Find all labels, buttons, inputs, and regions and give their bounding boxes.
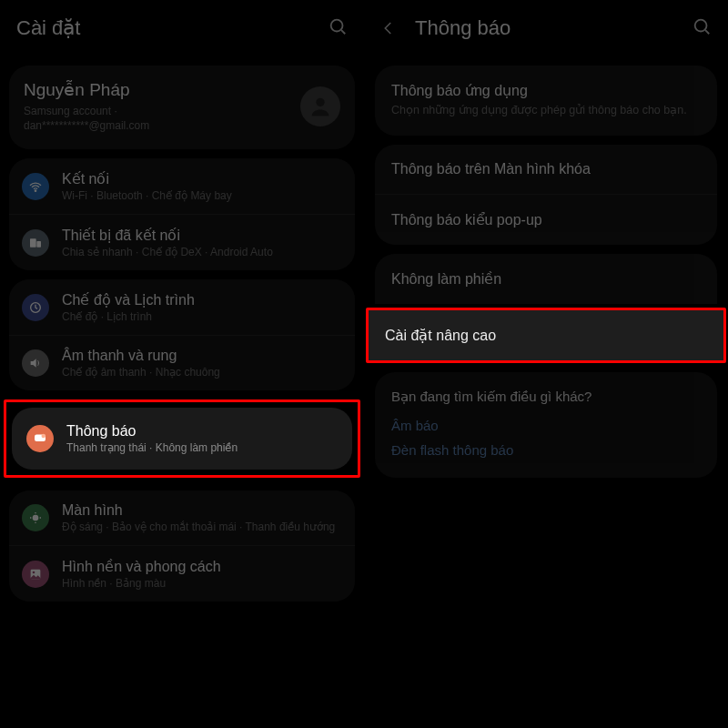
mode-icon xyxy=(22,294,49,321)
suggest-link-flash[interactable]: Đèn flash thông báo xyxy=(391,442,701,458)
row-sub: Chế độ · Lịch trình xyxy=(62,310,342,323)
row-title: Kết nối xyxy=(62,170,342,187)
profile-email: dan***********@gmail.com xyxy=(24,118,300,133)
row-lockscreen-notif[interactable]: Thông báo trên Màn hình khóa xyxy=(375,145,717,194)
sound-icon xyxy=(22,349,49,377)
svg-point-9 xyxy=(33,516,37,521)
svg-point-15 xyxy=(33,571,35,574)
suggest-link-sound[interactable]: Âm báo xyxy=(391,418,701,433)
notification-icon xyxy=(26,425,54,452)
row-title: Cài đặt nâng cao xyxy=(385,327,707,344)
row-title: Thông báo kiểu pop-up xyxy=(391,211,701,228)
avatar xyxy=(300,86,340,126)
row-title: Không làm phiền xyxy=(391,270,701,288)
row-dnd[interactable]: Không làm phiền xyxy=(375,254,717,304)
svg-rect-5 xyxy=(36,241,41,248)
row-wallpaper[interactable]: Hình nền và phong cách Hình nền · Bảng m… xyxy=(9,545,355,602)
row-connections[interactable]: Kết nối Wi-Fi · Bluetooth · Chế độ Máy b… xyxy=(9,158,355,214)
back-icon[interactable] xyxy=(380,20,406,36)
display-icon xyxy=(22,504,49,531)
settings-header: Cài đặt xyxy=(0,0,364,56)
notifications-header: Thông báo xyxy=(364,0,728,56)
advanced-settings-highlight[interactable]: Cài đặt nâng cao xyxy=(366,308,726,363)
page-title: Thông báo xyxy=(415,16,692,40)
wallpaper-icon xyxy=(22,561,49,588)
row-sub: Chọn những ứng dụng được phép gửi thông … xyxy=(391,103,701,119)
row-sub: Độ sáng · Bảo vệ cho mắt thoải mái · Tha… xyxy=(62,521,342,533)
svg-point-16 xyxy=(695,20,707,32)
svg-point-0 xyxy=(331,20,343,32)
row-app-notifications[interactable]: Thông báo ứng dụng Chọn những ứng dụng đ… xyxy=(375,66,717,136)
row-title: Màn hình xyxy=(62,502,342,519)
row-sound[interactable]: Âm thanh và rung Chế độ âm thanh · Nhạc … xyxy=(9,335,355,390)
row-sub: Chia sẻ nhanh · Chế độ DeX · Android Aut… xyxy=(62,246,342,258)
devices-icon xyxy=(22,229,49,257)
connections-group: Kết nối Wi-Fi · Bluetooth · Chế độ Máy b… xyxy=(9,158,355,270)
row-title: Thông báo ứng dụng xyxy=(391,82,701,99)
svg-line-1 xyxy=(341,30,345,34)
lock-popup-card: Thông báo trên Màn hình khóa Thông báo k… xyxy=(375,145,717,245)
row-title: Âm thanh và rung xyxy=(62,348,342,364)
svg-point-8 xyxy=(42,434,46,439)
display-group: Màn hình Độ sáng · Bảo vệ cho mắt thoải … xyxy=(9,490,355,602)
suggestions-card: Bạn đang tìm kiếm điều gì khác? Âm báo Đ… xyxy=(375,372,717,478)
svg-rect-4 xyxy=(30,238,36,247)
row-title: Hình nền và phong cách xyxy=(62,558,342,575)
settings-pane: Cài đặt Nguyễn Pháp Samsung account · da… xyxy=(0,0,364,728)
profile-name: Nguyễn Pháp xyxy=(24,79,300,100)
notifications-pane: Thông báo Thông báo ứng dụng Chọn những … xyxy=(364,0,728,728)
svg-point-2 xyxy=(316,97,324,106)
row-title: Thiết bị đã kết nối xyxy=(62,227,342,244)
modes-sound-group: Chế độ và Lịch trình Chế độ · Lịch trình… xyxy=(9,279,355,390)
page-title: Cài đặt xyxy=(16,16,328,40)
profile-card[interactable]: Nguyễn Pháp Samsung account · dan*******… xyxy=(9,66,355,149)
row-title: Chế độ và Lịch trình xyxy=(62,291,342,308)
row-sub: Wi-Fi · Bluetooth · Chế độ Máy bay xyxy=(62,189,342,202)
app-notifications-card: Thông báo ứng dụng Chọn những ứng dụng đ… xyxy=(375,66,717,136)
row-display[interactable]: Màn hình Độ sáng · Bảo vệ cho mắt thoải … xyxy=(9,490,355,545)
row-title: Thông báo xyxy=(66,423,338,440)
dnd-card: Không làm phiền xyxy=(375,254,717,304)
svg-line-17 xyxy=(705,30,709,34)
svg-point-3 xyxy=(35,190,35,191)
suggest-question: Bạn đang tìm kiếm điều gì khác? xyxy=(391,389,701,405)
row-popup-notif[interactable]: Thông báo kiểu pop-up xyxy=(375,194,717,245)
search-icon[interactable] xyxy=(328,16,348,40)
row-connected-devices[interactable]: Thiết bị đã kết nối Chia sẻ nhanh · Chế … xyxy=(9,214,355,270)
row-modes[interactable]: Chế độ và Lịch trình Chế độ · Lịch trình xyxy=(9,279,355,335)
search-icon[interactable] xyxy=(692,16,712,40)
row-title: Thông báo trên Màn hình khóa xyxy=(391,161,701,177)
row-sub: Chế độ âm thanh · Nhạc chuông xyxy=(62,366,342,379)
row-sub: Thanh trạng thái · Không làm phiền xyxy=(66,441,338,454)
wifi-icon xyxy=(22,173,49,200)
row-notifications[interactable]: Thông báo Thanh trạng thái · Không làm p… xyxy=(14,410,350,468)
notifications-highlight: Thông báo Thanh trạng thái · Không làm p… xyxy=(4,399,360,478)
row-sub: Hình nền · Bảng màu xyxy=(62,577,342,590)
profile-account: Samsung account · xyxy=(24,104,300,118)
